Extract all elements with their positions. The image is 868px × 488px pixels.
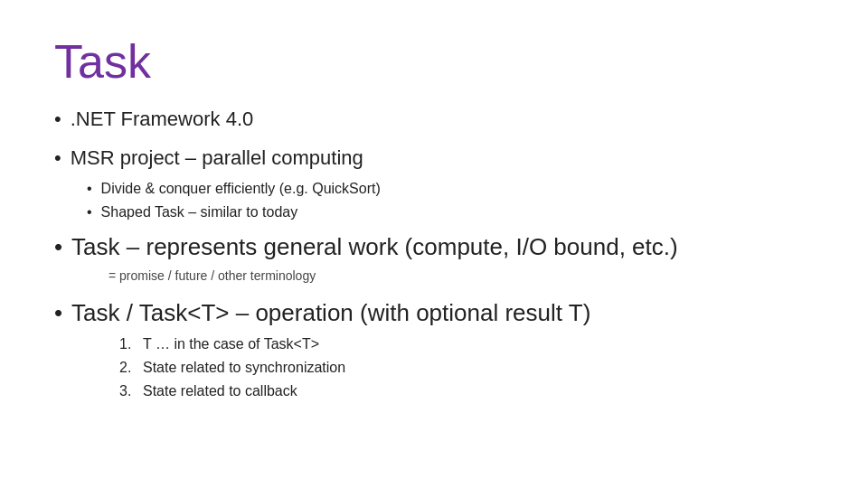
bullet-dot-2: • (54, 145, 61, 173)
numbered-item-3: 3. State related to callback (119, 380, 814, 402)
numbered-list: 1. T … in the case of Task<T> 2. State r… (119, 333, 814, 402)
bullet-3: • Task – represents general work (comput… (54, 230, 814, 263)
numbered-item-1: 1. T … in the case of Task<T> (119, 333, 814, 355)
bullet-4-text: Task / Task<T> – operation (with optiona… (71, 296, 590, 329)
bullet-2-sub-1: • Divide & conquer efficiently (e.g. Qui… (87, 178, 814, 200)
bullet-4: • Task / Task<T> – operation (with optio… (54, 296, 814, 329)
bullet-2-sub-2: • Shaped Task – similar to today (87, 202, 814, 223)
bullet-sub-dot-1: • (87, 178, 92, 200)
bullet-sub-dot-2: • (87, 202, 92, 223)
bullet-2: • MSR project – parallel computing (54, 145, 814, 173)
num-1: 1. (119, 333, 139, 355)
slide-title: Task (54, 36, 814, 88)
bullet-2-sub-1-text: Divide & conquer efficiently (e.g. Quick… (101, 178, 381, 200)
numbered-item-2-text: State related to synchronization (143, 357, 345, 379)
bullet-block-4: • Task / Task<T> – operation (with optio… (54, 296, 814, 403)
num-3: 3. (119, 380, 139, 402)
numbered-item-1-text: T … in the case of Task<T> (143, 333, 319, 355)
bullet-1: • .NET Framework 4.0 (54, 106, 814, 134)
bullet-block-3: • Task – represents general work (comput… (54, 230, 814, 291)
bullet-2-sub-2-text: Shaped Task – similar to today (101, 202, 298, 223)
bullet-dot-1: • (54, 106, 61, 134)
numbered-item-3-text: State related to callback (143, 380, 297, 402)
bullet-dot-3: • (54, 230, 62, 263)
bullet-block-1: • .NET Framework 4.0 (54, 106, 814, 139)
bullet-block-2: • MSR project – parallel computing • Div… (54, 145, 814, 225)
bullet-2-text: MSR project – parallel computing (71, 145, 363, 173)
numbered-item-2: 2. State related to synchronization (119, 357, 814, 379)
bullet-1-text: .NET Framework 4.0 (71, 106, 254, 134)
bullet-dot-4: • (54, 296, 62, 329)
num-2: 2. (119, 357, 139, 379)
slide: Task • .NET Framework 4.0 • MSR project … (0, 0, 868, 488)
bullet-3-note: = promise / future / other terminology (108, 267, 814, 286)
bullet-3-text: Task – represents general work (compute,… (71, 230, 678, 263)
